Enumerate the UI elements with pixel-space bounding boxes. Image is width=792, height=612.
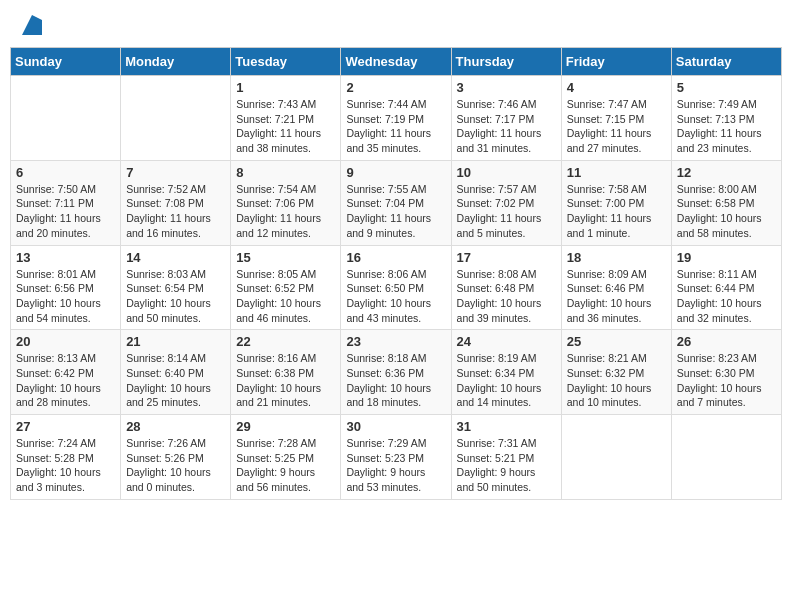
day-cell: 28Sunrise: 7:26 AM Sunset: 5:26 PM Dayli…	[121, 415, 231, 500]
day-cell: 21Sunrise: 8:14 AM Sunset: 6:40 PM Dayli…	[121, 330, 231, 415]
day-info: Sunrise: 7:24 AM Sunset: 5:28 PM Dayligh…	[16, 436, 115, 495]
day-info: Sunrise: 8:21 AM Sunset: 6:32 PM Dayligh…	[567, 351, 666, 410]
day-number: 22	[236, 334, 335, 349]
day-number: 9	[346, 165, 445, 180]
logo	[18, 14, 42, 35]
day-cell: 20Sunrise: 8:13 AM Sunset: 6:42 PM Dayli…	[11, 330, 121, 415]
day-info: Sunrise: 7:26 AM Sunset: 5:26 PM Dayligh…	[126, 436, 225, 495]
day-number: 2	[346, 80, 445, 95]
week-row-3: 13Sunrise: 8:01 AM Sunset: 6:56 PM Dayli…	[11, 245, 782, 330]
day-cell: 25Sunrise: 8:21 AM Sunset: 6:32 PM Dayli…	[561, 330, 671, 415]
day-info: Sunrise: 8:18 AM Sunset: 6:36 PM Dayligh…	[346, 351, 445, 410]
svg-marker-0	[22, 15, 42, 35]
day-number: 18	[567, 250, 666, 265]
logo-icon	[22, 15, 42, 35]
week-row-2: 6Sunrise: 7:50 AM Sunset: 7:11 PM Daylig…	[11, 160, 782, 245]
day-cell: 7Sunrise: 7:52 AM Sunset: 7:08 PM Daylig…	[121, 160, 231, 245]
day-cell: 14Sunrise: 8:03 AM Sunset: 6:54 PM Dayli…	[121, 245, 231, 330]
day-info: Sunrise: 7:28 AM Sunset: 5:25 PM Dayligh…	[236, 436, 335, 495]
day-number: 25	[567, 334, 666, 349]
day-number: 13	[16, 250, 115, 265]
day-cell: 15Sunrise: 8:05 AM Sunset: 6:52 PM Dayli…	[231, 245, 341, 330]
day-cell: 12Sunrise: 8:00 AM Sunset: 6:58 PM Dayli…	[671, 160, 781, 245]
column-header-wednesday: Wednesday	[341, 48, 451, 76]
day-cell	[561, 415, 671, 500]
day-info: Sunrise: 7:58 AM Sunset: 7:00 PM Dayligh…	[567, 182, 666, 241]
day-number: 16	[346, 250, 445, 265]
day-info: Sunrise: 8:23 AM Sunset: 6:30 PM Dayligh…	[677, 351, 776, 410]
day-info: Sunrise: 7:47 AM Sunset: 7:15 PM Dayligh…	[567, 97, 666, 156]
day-cell	[671, 415, 781, 500]
day-info: Sunrise: 8:19 AM Sunset: 6:34 PM Dayligh…	[457, 351, 556, 410]
day-info: Sunrise: 7:54 AM Sunset: 7:06 PM Dayligh…	[236, 182, 335, 241]
calendar: SundayMondayTuesdayWednesdayThursdayFrid…	[10, 47, 782, 500]
day-info: Sunrise: 7:52 AM Sunset: 7:08 PM Dayligh…	[126, 182, 225, 241]
day-info: Sunrise: 7:46 AM Sunset: 7:17 PM Dayligh…	[457, 97, 556, 156]
day-info: Sunrise: 8:16 AM Sunset: 6:38 PM Dayligh…	[236, 351, 335, 410]
day-info: Sunrise: 8:05 AM Sunset: 6:52 PM Dayligh…	[236, 267, 335, 326]
day-number: 17	[457, 250, 556, 265]
column-header-thursday: Thursday	[451, 48, 561, 76]
column-header-friday: Friday	[561, 48, 671, 76]
day-cell: 29Sunrise: 7:28 AM Sunset: 5:25 PM Dayli…	[231, 415, 341, 500]
day-info: Sunrise: 7:44 AM Sunset: 7:19 PM Dayligh…	[346, 97, 445, 156]
day-cell: 8Sunrise: 7:54 AM Sunset: 7:06 PM Daylig…	[231, 160, 341, 245]
week-row-1: 1Sunrise: 7:43 AM Sunset: 7:21 PM Daylig…	[11, 76, 782, 161]
day-info: Sunrise: 8:00 AM Sunset: 6:58 PM Dayligh…	[677, 182, 776, 241]
day-cell: 22Sunrise: 8:16 AM Sunset: 6:38 PM Dayli…	[231, 330, 341, 415]
day-number: 11	[567, 165, 666, 180]
day-number: 15	[236, 250, 335, 265]
day-number: 19	[677, 250, 776, 265]
day-number: 27	[16, 419, 115, 434]
day-number: 10	[457, 165, 556, 180]
day-number: 24	[457, 334, 556, 349]
day-info: Sunrise: 7:29 AM Sunset: 5:23 PM Dayligh…	[346, 436, 445, 495]
day-info: Sunrise: 8:14 AM Sunset: 6:40 PM Dayligh…	[126, 351, 225, 410]
day-number: 7	[126, 165, 225, 180]
day-cell: 2Sunrise: 7:44 AM Sunset: 7:19 PM Daylig…	[341, 76, 451, 161]
day-cell: 24Sunrise: 8:19 AM Sunset: 6:34 PM Dayli…	[451, 330, 561, 415]
day-info: Sunrise: 8:03 AM Sunset: 6:54 PM Dayligh…	[126, 267, 225, 326]
day-number: 30	[346, 419, 445, 434]
day-info: Sunrise: 8:01 AM Sunset: 6:56 PM Dayligh…	[16, 267, 115, 326]
day-number: 6	[16, 165, 115, 180]
day-cell: 4Sunrise: 7:47 AM Sunset: 7:15 PM Daylig…	[561, 76, 671, 161]
day-info: Sunrise: 7:43 AM Sunset: 7:21 PM Dayligh…	[236, 97, 335, 156]
day-cell: 6Sunrise: 7:50 AM Sunset: 7:11 PM Daylig…	[11, 160, 121, 245]
header	[10, 10, 782, 39]
column-header-monday: Monday	[121, 48, 231, 76]
day-number: 23	[346, 334, 445, 349]
day-number: 4	[567, 80, 666, 95]
calendar-header-row: SundayMondayTuesdayWednesdayThursdayFrid…	[11, 48, 782, 76]
day-info: Sunrise: 8:08 AM Sunset: 6:48 PM Dayligh…	[457, 267, 556, 326]
day-info: Sunrise: 8:11 AM Sunset: 6:44 PM Dayligh…	[677, 267, 776, 326]
day-number: 3	[457, 80, 556, 95]
day-info: Sunrise: 8:13 AM Sunset: 6:42 PM Dayligh…	[16, 351, 115, 410]
day-info: Sunrise: 7:49 AM Sunset: 7:13 PM Dayligh…	[677, 97, 776, 156]
day-number: 5	[677, 80, 776, 95]
day-info: Sunrise: 8:09 AM Sunset: 6:46 PM Dayligh…	[567, 267, 666, 326]
day-cell: 11Sunrise: 7:58 AM Sunset: 7:00 PM Dayli…	[561, 160, 671, 245]
day-number: 14	[126, 250, 225, 265]
column-header-tuesday: Tuesday	[231, 48, 341, 76]
day-info: Sunrise: 7:57 AM Sunset: 7:02 PM Dayligh…	[457, 182, 556, 241]
day-cell: 10Sunrise: 7:57 AM Sunset: 7:02 PM Dayli…	[451, 160, 561, 245]
day-info: Sunrise: 7:50 AM Sunset: 7:11 PM Dayligh…	[16, 182, 115, 241]
day-cell: 1Sunrise: 7:43 AM Sunset: 7:21 PM Daylig…	[231, 76, 341, 161]
week-row-5: 27Sunrise: 7:24 AM Sunset: 5:28 PM Dayli…	[11, 415, 782, 500]
column-header-saturday: Saturday	[671, 48, 781, 76]
day-number: 26	[677, 334, 776, 349]
day-number: 20	[16, 334, 115, 349]
day-cell	[121, 76, 231, 161]
day-number: 1	[236, 80, 335, 95]
day-cell: 17Sunrise: 8:08 AM Sunset: 6:48 PM Dayli…	[451, 245, 561, 330]
day-cell: 3Sunrise: 7:46 AM Sunset: 7:17 PM Daylig…	[451, 76, 561, 161]
day-cell: 26Sunrise: 8:23 AM Sunset: 6:30 PM Dayli…	[671, 330, 781, 415]
day-number: 28	[126, 419, 225, 434]
day-cell: 16Sunrise: 8:06 AM Sunset: 6:50 PM Dayli…	[341, 245, 451, 330]
day-cell: 19Sunrise: 8:11 AM Sunset: 6:44 PM Dayli…	[671, 245, 781, 330]
day-number: 12	[677, 165, 776, 180]
day-cell: 18Sunrise: 8:09 AM Sunset: 6:46 PM Dayli…	[561, 245, 671, 330]
day-info: Sunrise: 7:31 AM Sunset: 5:21 PM Dayligh…	[457, 436, 556, 495]
day-cell: 31Sunrise: 7:31 AM Sunset: 5:21 PM Dayli…	[451, 415, 561, 500]
